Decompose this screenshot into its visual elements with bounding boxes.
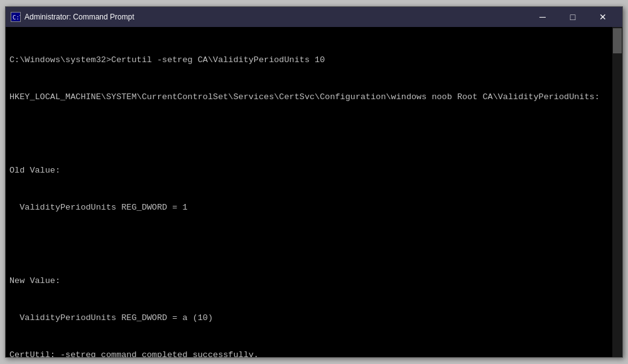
window-title: Administrator: Command Prompt: [24, 13, 134, 21]
console-line-2: HKEY_LOCAL_MACHINE\SYSTEM\CurrentControl…: [9, 91, 619, 104]
title-bar: C:\ Administrator: Command Prompt ─ □ ✕: [6, 7, 622, 27]
svg-text:C:\: C:\: [13, 14, 20, 21]
console-line-4: Old Value:: [9, 164, 619, 177]
close-button[interactable]: ✕: [588, 7, 617, 27]
console-body[interactable]: C:\Windows\system32>Certutil -setreg CA\…: [6, 27, 622, 357]
scrollbar[interactable]: [612, 27, 622, 357]
scrollbar-thumb[interactable]: [613, 28, 622, 53]
console-output: C:\Windows\system32>Certutil -setreg CA\…: [9, 29, 619, 357]
title-bar-controls: ─ □ ✕: [528, 7, 617, 27]
cmd-window: C:\ Administrator: Command Prompt ─ □ ✕ …: [5, 6, 623, 358]
maximize-button[interactable]: □: [558, 7, 587, 27]
cmd-icon: C:\: [11, 12, 21, 22]
console-line-9: CertUtil: -setreg command completed succ…: [9, 349, 619, 357]
console-line-3: [9, 128, 619, 141]
console-line-6: [9, 238, 619, 251]
minimize-button[interactable]: ─: [528, 7, 557, 27]
console-line-8: ValidityPeriodUnits REG_DWORD = a (10): [9, 312, 619, 324]
console-line-1: C:\Windows\system32>Certutil -setreg CA\…: [9, 54, 619, 67]
console-line-5: ValidityPeriodUnits REG_DWORD = 1: [9, 201, 619, 214]
title-bar-left: C:\ Administrator: Command Prompt: [11, 12, 134, 22]
console-line-7: New Value:: [9, 275, 619, 287]
